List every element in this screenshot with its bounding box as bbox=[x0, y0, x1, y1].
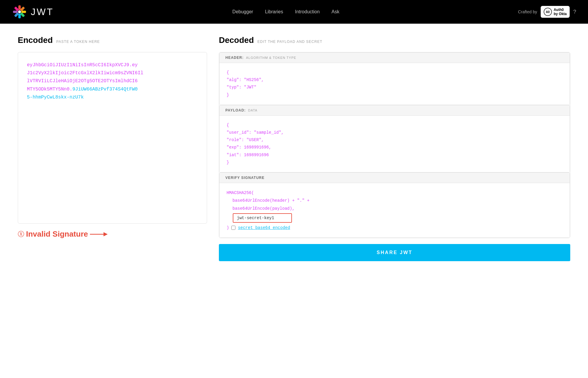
jwt-logo-icon bbox=[12, 4, 27, 20]
payload-line6: } bbox=[227, 159, 563, 166]
payload-label: PAYLOAD: DATA bbox=[219, 105, 570, 116]
verify-label: VERIFY SIGNATURE bbox=[219, 173, 570, 183]
header-line3: "typ": "JWT" bbox=[227, 84, 563, 91]
invalid-icon: Ⓧ bbox=[18, 230, 24, 239]
decoded-title: Decoded bbox=[219, 35, 254, 45]
nav-introduction[interactable]: Introduction bbox=[295, 9, 320, 14]
share-jwt-button[interactable]: SHARE JWT bbox=[219, 244, 570, 261]
payload-line2: "user_id": "sample_id", bbox=[227, 129, 563, 136]
header-section: HEADER: ALGORITHM & TOKEN TYPE { "alg": … bbox=[219, 52, 570, 105]
encoded-title: Encoded bbox=[18, 35, 53, 45]
invalid-text: Invalid Signature bbox=[26, 230, 88, 239]
secret-input-row bbox=[227, 213, 563, 223]
verify-closing: ) bbox=[227, 224, 229, 232]
brand: JWT bbox=[12, 4, 54, 20]
base64-checkbox[interactable] bbox=[231, 226, 235, 230]
header-label: HEADER: ALGORITHM & TOKEN TYPE bbox=[219, 53, 570, 63]
verify-label-title: VERIFY SIGNATURE bbox=[225, 176, 264, 180]
payload-label-title: PAYLOAD: bbox=[225, 108, 246, 112]
navbar-right: Crafted by A0 Auth0 by Okta ? bbox=[518, 6, 576, 18]
payload-line3: "role": "USER", bbox=[227, 136, 563, 144]
arrow-right-icon bbox=[90, 230, 108, 239]
nav-libraries[interactable]: Libraries bbox=[265, 9, 283, 14]
header-body[interactable]: { "alg": "HS256", "typ": "JWT" } bbox=[219, 63, 570, 105]
payload-line1: { bbox=[227, 122, 563, 129]
encoded-box[interactable]: eyJhbGciOiJIUzI1NiIsInR5cCI6IkpXVCJ9.eyJ… bbox=[18, 52, 207, 224]
svg-point-8 bbox=[18, 10, 21, 13]
header-label-sub: ALGORITHM & TOKEN TYPE bbox=[246, 56, 296, 59]
brand-text: JWT bbox=[31, 7, 54, 17]
svg-marker-12 bbox=[104, 232, 108, 236]
svg-rect-4 bbox=[18, 14, 21, 18]
svg-text:A0: A0 bbox=[546, 10, 550, 14]
verify-section: VERIFY SIGNATURE HMACSHA256( base64UrlEn… bbox=[219, 172, 570, 238]
base64-row: ) secret base64 encoded bbox=[227, 224, 563, 232]
header-line2: "alg": "HS256", bbox=[227, 76, 563, 84]
decoded-subtitle: EDIT THE PAYLOAD AND SECRET bbox=[257, 40, 322, 44]
header-line1: { bbox=[227, 69, 563, 76]
auth0-icon: A0 bbox=[544, 8, 552, 16]
header-label-title: HEADER: bbox=[225, 56, 244, 60]
verify-func-line2: base64UrlEncode(header) + "." + bbox=[227, 197, 563, 205]
help-icon[interactable]: ? bbox=[573, 9, 576, 15]
header-line4: } bbox=[227, 91, 563, 99]
payload-label-sub: DATA bbox=[248, 109, 258, 112]
verify-body: HMACSHA256( base64UrlEncode(header) + ".… bbox=[219, 183, 570, 238]
verify-indent-space bbox=[227, 214, 232, 222]
payload-line4: "exp": 1698991696, bbox=[227, 144, 563, 151]
navbar: JWT Debugger Libraries Introduction Ask … bbox=[0, 0, 588, 24]
encoded-panel: Encoded PASTE A TOKEN HERE eyJhbGciOiJIU… bbox=[18, 35, 207, 366]
main-content: Encoded PASTE A TOKEN HERE eyJhbGciOiJIU… bbox=[0, 24, 588, 378]
base64-label[interactable]: secret base64 encoded bbox=[238, 224, 290, 232]
payload-section: PAYLOAD: DATA { "user_id": "sample_id", … bbox=[219, 105, 570, 172]
svg-rect-2 bbox=[21, 11, 26, 13]
nav-links: Debugger Libraries Introduction Ask bbox=[232, 9, 340, 14]
verify-func-line1: HMACSHA256( bbox=[227, 189, 563, 197]
payload-line5: "iat": 1698991696 bbox=[227, 151, 563, 159]
decoded-panel: Decoded EDIT THE PAYLOAD AND SECRET HEAD… bbox=[219, 35, 570, 366]
encoded-subtitle: PASTE A TOKEN HERE bbox=[56, 40, 100, 44]
decoded-header: Decoded EDIT THE PAYLOAD AND SECRET bbox=[219, 35, 570, 46]
svg-rect-6 bbox=[13, 11, 18, 13]
verify-func-line3: base64UrlEncode(payload), bbox=[227, 205, 563, 213]
crafted-by-label: Crafted by bbox=[518, 9, 537, 14]
encoded-header: Encoded PASTE A TOKEN HERE bbox=[18, 35, 207, 46]
svg-rect-0 bbox=[18, 5, 21, 10]
decoded-wrapper: HEADER: ALGORITHM & TOKEN TYPE { "alg": … bbox=[219, 52, 570, 238]
secret-input[interactable] bbox=[233, 213, 292, 223]
token-part1: eyJhbGciOiJIUzI1NiIsInR5cCI6IkpXVCJ9. bbox=[27, 62, 132, 68]
auth0-badge: A0 Auth0 by Okta bbox=[541, 6, 570, 18]
payload-body[interactable]: { "user_id": "sample_id", "role": "USER"… bbox=[219, 116, 570, 172]
auth0-text: Auth0 by Okta bbox=[554, 8, 567, 16]
invalid-signature-row: Ⓧ Invalid Signature bbox=[18, 230, 207, 239]
nav-ask[interactable]: Ask bbox=[332, 9, 340, 14]
nav-debugger[interactable]: Debugger bbox=[232, 9, 253, 14]
